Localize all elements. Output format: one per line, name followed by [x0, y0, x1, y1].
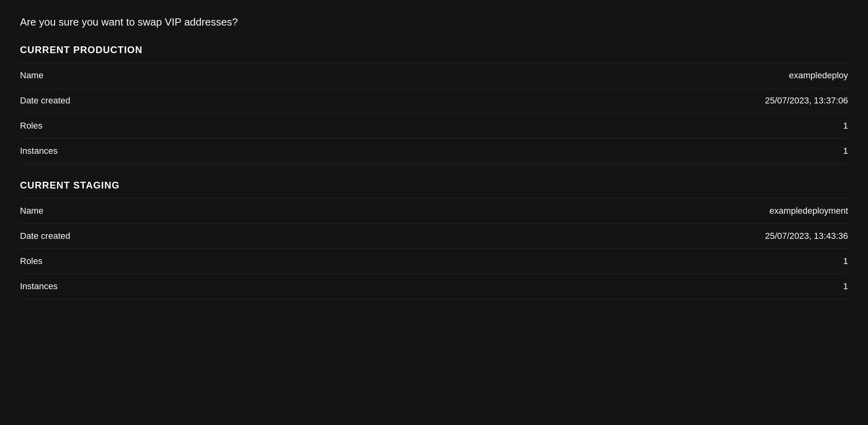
- staging-name-label: Name: [20, 206, 44, 216]
- staging-name-value: exampledeployment: [769, 206, 848, 216]
- production-roles-row: Roles 1: [20, 113, 848, 138]
- staging-instances-label: Instances: [20, 281, 57, 292]
- production-instances-row: Instances 1: [20, 138, 848, 164]
- production-date-label: Date created: [20, 95, 70, 106]
- production-date-row: Date created 25/07/2023, 13:37:06: [20, 88, 848, 113]
- production-name-value: exampledeploy: [789, 70, 848, 81]
- current-production-table: Name exampledeploy Date created 25/07/20…: [20, 63, 848, 164]
- production-roles-label: Roles: [20, 121, 42, 131]
- staging-instances-value: 1: [843, 281, 848, 292]
- current-staging-table: Name exampledeployment Date created 25/0…: [20, 198, 848, 299]
- staging-date-label: Date created: [20, 231, 70, 241]
- current-staging-title: CURRENT STAGING: [20, 180, 848, 191]
- production-name-row: Name exampledeploy: [20, 63, 848, 88]
- current-staging-section: CURRENT STAGING Name exampledeployment D…: [20, 180, 848, 299]
- staging-name-row: Name exampledeployment: [20, 198, 848, 223]
- staging-date-value: 25/07/2023, 13:43:36: [765, 231, 848, 241]
- staging-instances-row: Instances 1: [20, 274, 848, 299]
- production-instances-value: 1: [843, 146, 848, 156]
- staging-roles-value: 1: [843, 256, 848, 266]
- staging-date-row: Date created 25/07/2023, 13:43:36: [20, 223, 848, 248]
- current-production-section: CURRENT PRODUCTION Name exampledeploy Da…: [20, 44, 848, 164]
- production-instances-label: Instances: [20, 146, 57, 156]
- staging-roles-label: Roles: [20, 256, 42, 266]
- production-name-label: Name: [20, 70, 44, 81]
- production-date-value: 25/07/2023, 13:37:06: [765, 95, 848, 106]
- dialog-container: Are you sure you want to swap VIP addres…: [20, 16, 848, 299]
- dialog-question: Are you sure you want to swap VIP addres…: [20, 16, 848, 28]
- current-production-title: CURRENT PRODUCTION: [20, 44, 848, 56]
- production-roles-value: 1: [843, 121, 848, 131]
- staging-roles-row: Roles 1: [20, 248, 848, 274]
